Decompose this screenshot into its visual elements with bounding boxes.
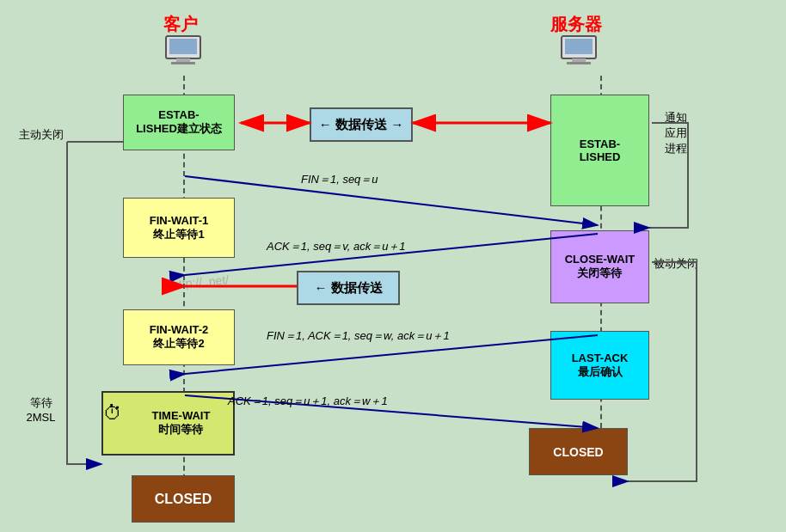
svg-rect-1 xyxy=(169,39,197,54)
beidong-label: 被动关闭 xyxy=(652,256,699,272)
data-transfer-mid-box: ← 数据传送 xyxy=(297,271,400,305)
fin1-label: FIN＝1, seq＝u xyxy=(301,172,378,187)
svg-line-14 xyxy=(185,176,598,225)
ack2-label: ACK＝1, seq＝u＋1, ack＝w＋1 xyxy=(228,394,388,409)
watermark: http:// .net/ xyxy=(171,272,229,291)
svg-rect-3 xyxy=(171,62,195,64)
zhudong-label: 主动关闭 xyxy=(15,127,67,143)
server-label: 服务器 xyxy=(533,13,619,36)
data-transfer-top-box: ← 数据传送 → xyxy=(310,107,413,142)
computer-server-icon xyxy=(549,34,609,69)
clock-icon: ⏱ xyxy=(103,402,122,425)
fin2-label: FIN＝1, ACK＝1, seq＝w, ack＝u＋1 xyxy=(267,328,450,344)
ack1-label: ACK＝1, seq＝v, ack＝u＋1 xyxy=(267,239,406,254)
closewait-box: CLOSE-WAIT关闭等待 xyxy=(550,230,649,303)
established-client-box: ESTAB-LISHED建立状态 xyxy=(123,95,235,150)
lastack-box: LAST-ACK最后确认 xyxy=(550,331,649,400)
computer-client-icon xyxy=(153,34,213,69)
established-server-box: ESTAB-LISHED xyxy=(550,95,649,206)
svg-rect-2 xyxy=(176,58,190,62)
svg-rect-7 xyxy=(567,62,591,64)
closed-client-box: CLOSED xyxy=(132,475,235,523)
svg-rect-5 xyxy=(565,39,593,54)
closed-server-box: CLOSED xyxy=(529,428,628,475)
finwait2-box: FIN-WAIT-2终止等待2 xyxy=(123,309,235,365)
finwait1-box: FIN-WAIT-1终止等待1 xyxy=(123,198,235,258)
dengdai-label: 等待 2MSL xyxy=(17,395,64,424)
svg-rect-6 xyxy=(572,58,586,62)
client-label: 客户 xyxy=(138,13,224,36)
main-diagram: 客户 A 服务器 B ESTAB-LISHED建立状态 ← 数据传送 → FIN… xyxy=(0,0,786,532)
tongzhi-label: 通知应用进程 xyxy=(652,110,699,157)
